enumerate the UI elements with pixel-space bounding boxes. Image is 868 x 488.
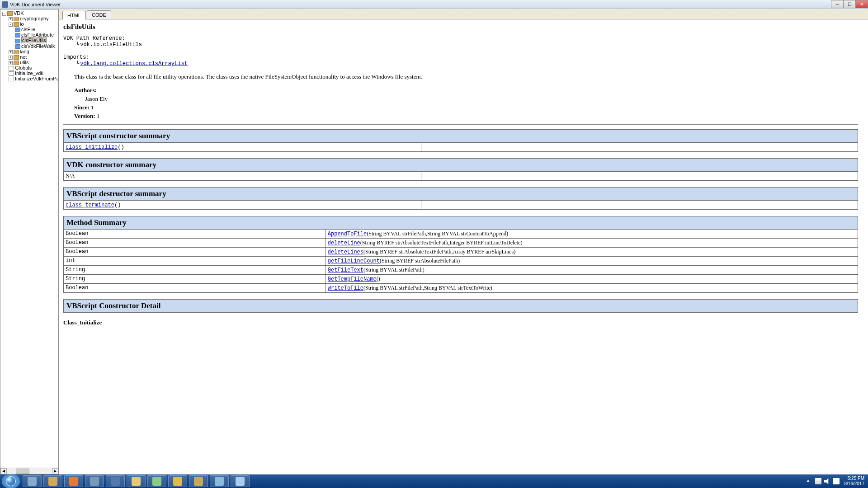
dtor-params: () xyxy=(114,202,121,208)
tree-node-initfrompath[interactable]: InitializeVdkFromPath xyxy=(1,76,57,81)
return-type: int xyxy=(64,257,326,266)
tree-label: net xyxy=(20,54,27,60)
path-ref-label: VDK Path Reference: xyxy=(63,35,858,42)
tree-node-globals[interactable]: Globals xyxy=(1,65,57,70)
table-row: N/A xyxy=(64,172,858,181)
tree-node-clsfileutils[interactable]: clsFileUtils xyxy=(1,38,57,43)
tree-node-lang[interactable]: +lang xyxy=(1,49,57,54)
class-icon xyxy=(15,28,20,32)
method-sig: GetTempFileName() xyxy=(326,275,858,284)
tree-node-root[interactable]: -VDK xyxy=(1,10,57,16)
tree-node-utils[interactable]: +utils xyxy=(1,60,57,65)
tree-pane: -VDK +cryptography -io clsFile clsFileAt… xyxy=(0,9,59,474)
ctor-detail-table: VBScript Constructor Detail xyxy=(63,299,858,313)
method-link[interactable]: AppendToFile xyxy=(328,231,367,237)
method-sig: AppendToFile(String BYVAL strFilePath,St… xyxy=(326,230,858,239)
empty-cell xyxy=(421,172,858,181)
path-ref-value: vdk.io.clsFileUtils xyxy=(76,42,858,48)
tree-label: Initialize_vdk xyxy=(15,70,43,76)
method-link[interactable]: WriteToFile xyxy=(328,285,363,291)
tree-node-initvdk[interactable]: Initialize_vdk xyxy=(1,70,57,76)
doc-icon xyxy=(9,77,14,81)
class-icon xyxy=(15,39,20,43)
empty-cell xyxy=(421,143,858,152)
package-icon xyxy=(14,55,19,60)
tree-label: lang xyxy=(20,49,29,54)
since-value: 1 xyxy=(91,104,94,111)
imports-block: Imports: vdk.lang.collections.clsArrayLi… xyxy=(63,54,858,67)
return-type: Boolean xyxy=(64,248,326,257)
table-row: BooleanAppendToFile(String BYVAL strFile… xyxy=(64,230,858,239)
table-row: class_initialize() xyxy=(64,143,858,152)
method-sig: WriteToFile(String BYVAL strFilePath,Str… xyxy=(326,284,858,293)
version-value: 1 xyxy=(97,113,100,119)
method-link[interactable]: getFileLineCount xyxy=(328,258,380,264)
app-icon xyxy=(2,1,8,8)
vdk-ctor-table: VDK constructor summary N/A xyxy=(63,158,858,181)
expand-icon[interactable]: + xyxy=(9,50,13,54)
doc-icon xyxy=(9,66,14,70)
ctor-params: () xyxy=(118,144,124,150)
main-area: -VDK +cryptography -io clsFile clsFileAt… xyxy=(0,9,868,474)
tree-hscrollbar[interactable]: ◀ ▶ xyxy=(0,468,58,474)
collapse-icon[interactable]: - xyxy=(9,23,13,27)
tree-label: InitializeVdkFromPath xyxy=(15,76,59,81)
collapse-icon[interactable]: - xyxy=(2,12,6,16)
tabs: HTML CODE xyxy=(59,9,868,19)
package-icon xyxy=(14,17,19,21)
scroll-track[interactable] xyxy=(7,468,52,474)
return-type: String xyxy=(64,275,326,284)
empty-cell xyxy=(421,201,858,210)
package-icon xyxy=(7,11,13,16)
close-button[interactable]: ✕ xyxy=(855,0,868,8)
authors-label: Authors: xyxy=(74,87,97,94)
import-link[interactable]: vdk.lang.collections.clsArrayList xyxy=(80,61,188,67)
return-type: Boolean xyxy=(64,230,326,239)
minimize-button[interactable]: ─ xyxy=(831,0,844,8)
table-row: StringGetTempFileName() xyxy=(64,275,858,284)
tree-node-clsfile[interactable]: clsFile xyxy=(1,27,57,32)
method-link[interactable]: deleteLines xyxy=(328,249,363,255)
return-type: Boolean xyxy=(64,239,326,248)
imports-label: Imports: xyxy=(63,54,858,61)
method-sig: getFileLineCount(String BYREF strAbsolut… xyxy=(326,257,858,266)
scroll-thumb[interactable] xyxy=(16,469,29,474)
method-sig: GetFileText(String BYVAL strFilePath) xyxy=(326,266,858,275)
tree-node-io[interactable]: -io xyxy=(1,21,57,27)
section-header: VBScript Constructor Detail xyxy=(64,300,858,313)
tree-node-cryptography[interactable]: +cryptography xyxy=(1,16,57,21)
maximize-button[interactable]: ☐ xyxy=(843,0,856,8)
tree-label: Globals xyxy=(15,65,32,70)
window-title: VDK Document Viewer xyxy=(10,2,61,7)
table-row: StringGetFileText(String BYVAL strFilePa… xyxy=(64,266,858,275)
tree-node-net[interactable]: +net xyxy=(1,54,57,60)
content-pane: HTML CODE ▲ ▼ clsFileUtils VDK Path Refe… xyxy=(59,9,868,474)
tab-html[interactable]: HTML xyxy=(62,11,86,19)
tree-label-selected: clsFileUtils xyxy=(21,37,47,43)
method-sig: deleteLines(String BYREF strAbsoluteText… xyxy=(326,248,858,257)
section-header: VBScript constructor summary xyxy=(64,130,858,143)
tree-node-clsvdkfilewalk[interactable]: clsVdkFileWalk xyxy=(1,43,57,49)
method-link[interactable]: deleteLine xyxy=(328,240,360,246)
table-row: BooleandeleteLines(String BYREF strAbsol… xyxy=(64,248,858,257)
tree-label: io xyxy=(20,21,24,27)
package-icon xyxy=(14,50,19,54)
since-label: Since: xyxy=(74,104,90,111)
package-icon xyxy=(14,22,19,27)
method-summary-table: Method Summary BooleanAppendToFile(Strin… xyxy=(63,216,858,293)
expand-icon[interactable]: + xyxy=(9,17,13,21)
expand-icon[interactable]: + xyxy=(9,56,13,60)
expand-icon[interactable]: + xyxy=(9,61,13,65)
tree-label: clsVdkFileWalk xyxy=(21,43,55,49)
method-link[interactable]: GetFileText xyxy=(328,267,363,273)
class-icon xyxy=(15,33,20,38)
ctor-link[interactable]: class_initialize xyxy=(66,144,118,150)
section-header: Method Summary xyxy=(64,216,858,230)
method-link[interactable]: GetTempFileName xyxy=(328,276,377,282)
tab-code[interactable]: CODE xyxy=(87,10,111,19)
dtor-link[interactable]: class_terminate xyxy=(66,202,114,208)
section-header: VDK constructor summary xyxy=(64,159,858,172)
window-controls: ─ ☐ ✕ xyxy=(831,0,868,8)
scroll-left-icon[interactable]: ◀ xyxy=(0,468,7,474)
scroll-right-icon[interactable]: ▶ xyxy=(52,468,58,474)
